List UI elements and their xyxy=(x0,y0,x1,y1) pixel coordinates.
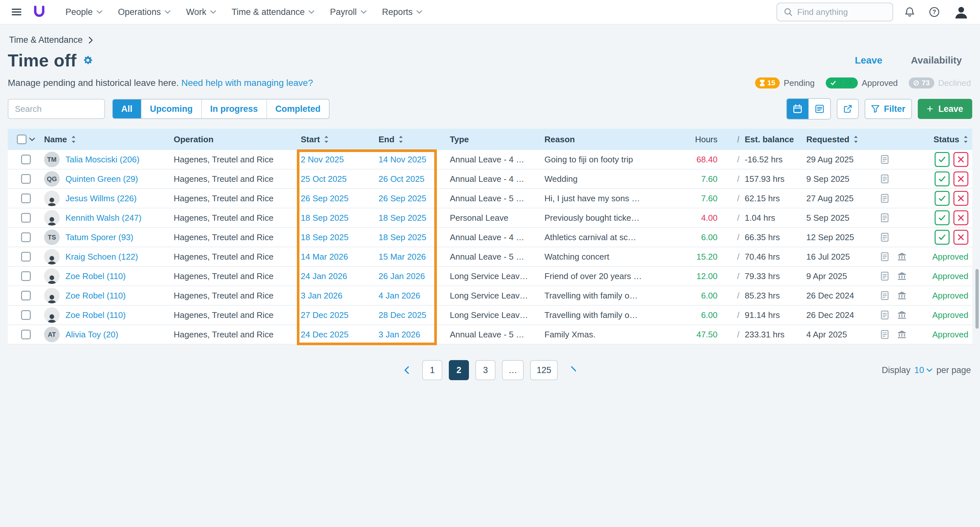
employee-name-link[interactable]: Quinten Green (29) xyxy=(65,174,138,184)
select-menu-button[interactable] xyxy=(29,137,35,141)
payroll-processed-icon[interactable] xyxy=(896,270,907,282)
approve-button[interactable] xyxy=(935,230,950,245)
end-date-link[interactable]: 14 Nov 2025 xyxy=(379,154,426,165)
segment-all[interactable]: All xyxy=(113,99,141,118)
nav-reports[interactable]: Reports xyxy=(374,3,430,21)
employee-name-link[interactable]: Kennith Walsh (247) xyxy=(65,213,142,223)
employee-name-link[interactable]: Zoe Robel (110) xyxy=(65,310,126,320)
start-date-link[interactable]: 18 Sep 2025 xyxy=(301,213,348,223)
filter-button[interactable]: Filter xyxy=(865,99,912,119)
sort-icon[interactable] xyxy=(963,136,968,143)
row-checkbox[interactable] xyxy=(21,310,31,320)
approve-button[interactable] xyxy=(935,172,950,186)
decline-button[interactable] xyxy=(953,191,968,206)
page-125-button[interactable]: 125 xyxy=(530,360,558,380)
segment-upcoming[interactable]: Upcoming xyxy=(141,99,201,118)
decline-button[interactable] xyxy=(953,210,968,225)
start-date-link[interactable]: 24 Jan 2026 xyxy=(301,271,347,281)
help-link[interactable]: Need help with managing leave? xyxy=(181,78,313,88)
start-date-link[interactable]: 27 Dec 2025 xyxy=(301,310,348,320)
end-date-link[interactable]: 26 Sep 2025 xyxy=(379,194,426,204)
select-all-checkbox[interactable] xyxy=(17,134,27,144)
sort-icon[interactable] xyxy=(398,136,404,143)
start-date-link[interactable]: 26 Sep 2025 xyxy=(301,194,348,204)
end-date-link[interactable]: 28 Dec 2025 xyxy=(379,310,426,320)
nav-time-attendance[interactable]: Time & attendance xyxy=(224,3,323,21)
note-icon-button[interactable] xyxy=(879,212,891,224)
page-size-select[interactable]: 10 xyxy=(914,365,932,375)
sort-icon[interactable] xyxy=(71,136,76,143)
segment-completed[interactable]: Completed xyxy=(266,99,329,118)
row-checkbox[interactable] xyxy=(21,252,31,261)
row-checkbox[interactable] xyxy=(21,194,31,203)
end-date-link[interactable]: 18 Sep 2025 xyxy=(379,232,426,242)
note-icon-button[interactable] xyxy=(879,309,890,321)
hamburger-menu-button[interactable] xyxy=(8,4,25,20)
row-checkbox[interactable] xyxy=(21,330,31,339)
start-date-link[interactable]: 2 Nov 2025 xyxy=(301,154,344,165)
note-icon-button[interactable] xyxy=(879,251,890,263)
page-2-button[interactable]: 2 xyxy=(449,360,469,380)
nav-operations[interactable]: Operations xyxy=(110,3,178,21)
tab-availability[interactable]: Availability xyxy=(910,49,963,71)
note-icon-button[interactable] xyxy=(879,231,891,243)
header-start[interactable]: Start xyxy=(301,129,379,150)
user-avatar[interactable] xyxy=(951,2,972,22)
decline-button[interactable] xyxy=(953,172,968,186)
start-date-link[interactable]: 14 Mar 2026 xyxy=(301,252,348,262)
payroll-processed-icon[interactable] xyxy=(896,329,907,340)
end-date-link[interactable]: 18 Sep 2025 xyxy=(379,213,426,223)
employee-name-link[interactable]: Tatum Sporer (93) xyxy=(65,232,134,242)
employee-name-link[interactable]: Zoe Robel (110) xyxy=(65,291,126,301)
end-date-link[interactable]: 3 Jan 2026 xyxy=(379,330,420,340)
header-status[interactable]: Status xyxy=(913,129,972,150)
sort-icon[interactable] xyxy=(853,136,859,143)
segment-in-progress[interactable]: In progress xyxy=(201,99,266,118)
approve-button[interactable] xyxy=(935,191,950,206)
row-checkbox[interactable] xyxy=(21,174,31,184)
prev-page-button[interactable] xyxy=(398,360,416,380)
global-search-input[interactable] xyxy=(797,7,886,17)
notifications-button[interactable] xyxy=(902,4,918,20)
tab-leave[interactable]: Leave xyxy=(854,49,884,71)
add-leave-button[interactable]: + Leave xyxy=(918,99,972,119)
export-button[interactable] xyxy=(837,99,859,119)
row-checkbox[interactable] xyxy=(21,154,31,164)
payroll-processed-icon[interactable] xyxy=(896,309,907,321)
row-checkbox[interactable] xyxy=(21,232,31,242)
header-requested[interactable]: Requested xyxy=(806,129,876,150)
page-3-button[interactable]: 3 xyxy=(476,360,495,380)
employee-name-link[interactable]: Zoe Robel (110) xyxy=(65,271,126,281)
decline-button[interactable] xyxy=(953,230,968,245)
nav-people[interactable]: People xyxy=(58,3,110,21)
approve-button[interactable] xyxy=(935,152,950,167)
scrollbar-thumb[interactable] xyxy=(975,269,979,329)
row-checkbox[interactable] xyxy=(21,291,31,301)
app-logo[interactable] xyxy=(32,5,46,19)
end-date-link[interactable]: 26 Oct 2025 xyxy=(379,174,425,184)
page-settings-button[interactable] xyxy=(83,56,93,65)
next-page-button[interactable] xyxy=(564,360,582,380)
note-icon-button[interactable] xyxy=(879,193,891,204)
row-checkbox[interactable] xyxy=(21,271,31,281)
list-view-button[interactable] xyxy=(808,99,830,119)
employee-name-link[interactable]: Kraig Schoen (122) xyxy=(65,252,138,262)
payroll-processed-icon[interactable] xyxy=(896,290,907,301)
decline-button[interactable] xyxy=(953,152,968,167)
nav-payroll[interactable]: Payroll xyxy=(322,3,374,21)
employee-name-link[interactable]: Jesus Willms (226) xyxy=(65,194,137,204)
note-icon-button[interactable] xyxy=(879,154,891,165)
header-end[interactable]: End xyxy=(379,129,450,150)
help-button[interactable]: ? xyxy=(926,4,942,20)
header-name[interactable]: Name xyxy=(44,129,174,150)
employee-name-link[interactable]: Alivia Toy (20) xyxy=(65,330,118,340)
note-icon-button[interactable] xyxy=(879,173,891,185)
sort-icon[interactable] xyxy=(324,136,329,143)
page-ellipsis-button[interactable]: … xyxy=(502,360,524,380)
employee-name-link[interactable]: Talia Mosciski (206) xyxy=(65,154,139,165)
row-checkbox[interactable] xyxy=(21,213,31,223)
end-date-link[interactable]: 15 Mar 2026 xyxy=(379,252,426,262)
end-date-link[interactable]: 4 Jan 2026 xyxy=(379,291,420,301)
start-date-link[interactable]: 3 Jan 2026 xyxy=(301,291,342,301)
approve-button[interactable] xyxy=(935,210,950,225)
